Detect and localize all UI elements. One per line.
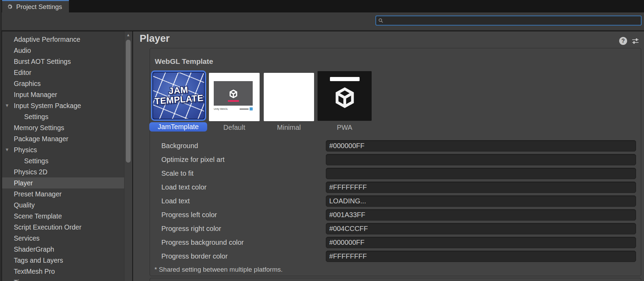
field-row-optimize-pixel-art: Optimize for pixel art [150, 153, 641, 167]
load-text-color-field[interactable] [326, 182, 636, 193]
default-thumb-branding-mark [240, 108, 249, 110]
default-thumb-progress-bar [228, 100, 239, 102]
search-icon [378, 18, 383, 23]
sidebar-item-tags-and-layers[interactable]: Tags and Layers [2, 255, 124, 266]
default-thumb-screen [214, 81, 253, 106]
template-thumb-jamtemplate[interactable]: JAM TEMPLATE [151, 70, 206, 121]
load-text-field[interactable] [326, 195, 636, 207]
sidebar-item-services[interactable]: Services [2, 233, 124, 244]
field-label: Background [161, 139, 198, 152]
section-header: WebGL Template [155, 57, 213, 66]
field-row-scale-to-fit: Scale to fit [150, 167, 641, 181]
sidebar-item-scene-template[interactable]: Scene Template [2, 211, 124, 222]
scroll-up-icon[interactable]: ▲ [124, 32, 132, 38]
jamtemplate-thumbnail-art: JAM TEMPLATE [153, 72, 204, 119]
field-row-background: Background [150, 139, 641, 153]
search-box[interactable] [375, 16, 642, 26]
project-settings-window: Project Settings Adaptive Performance Au… [0, 0, 644, 281]
default-thumb-blue-badge [250, 107, 253, 110]
foldout-expanded-icon[interactable]: ▼ [5, 144, 9, 155]
sidebar-item-input-system-settings[interactable]: Settings [2, 111, 124, 122]
field-label: Progress border color [161, 250, 228, 263]
progress-background-color-field[interactable] [326, 237, 636, 248]
toolbar [0, 12, 644, 31]
field-label: Progress left color [161, 208, 217, 221]
tab-project-settings[interactable]: Project Settings [2, 0, 69, 12]
settings-body: Adaptive Performance Audio Burst AOT Set… [0, 31, 644, 281]
progress-right-color-field[interactable] [326, 223, 636, 234]
field-row-load-text-color: Load text color [150, 181, 641, 194]
pwa-thumb-top-bar [330, 77, 360, 81]
template-label-jamtemplate-selected[interactable]: JamTemplate [149, 122, 207, 132]
template-label-default[interactable]: Default [209, 123, 260, 132]
sidebar-scrollbar[interactable]: ▲ [124, 31, 132, 281]
sidebar-item-textmesh-pro[interactable]: TextMesh Pro [2, 266, 124, 277]
sidebar-item-package-manager[interactable]: Package Manager [2, 133, 124, 144]
unity-cube-icon [229, 89, 238, 98]
sidebar-item-script-execution-order[interactable]: Script Execution Order [2, 222, 124, 233]
window-left-edge [0, 0, 2, 281]
background-field[interactable] [326, 140, 636, 152]
tab-title: Project Settings [16, 3, 62, 11]
sidebar-item-time[interactable]: Time [2, 277, 124, 281]
field-label: Load text color [161, 181, 207, 194]
sidebar-item-adaptive-performance[interactable]: Adaptive Performance [2, 34, 124, 45]
settings-category-list: Adaptive Performance Audio Burst AOT Set… [2, 31, 124, 281]
sidebar-item-quality[interactable]: Quality [2, 200, 124, 211]
sidebar-item-preset-manager[interactable]: Preset Manager [2, 188, 124, 200]
sidebar-item-burst-aot-settings[interactable]: Burst AOT Settings [2, 56, 124, 67]
sidebar-item-input-manager[interactable]: Input Manager [2, 89, 124, 100]
optimize-pixel-art-field[interactable] [326, 154, 636, 165]
field-label: Load text [161, 194, 190, 207]
sidebar-item-player-selected[interactable]: Player [2, 177, 124, 188]
next-section-box-edge [150, 278, 641, 281]
sidebar-item-shadergraph[interactable]: ShaderGraph [2, 244, 124, 255]
shared-setting-note: * Shared setting between multiple platfo… [154, 266, 283, 273]
template-label-pwa[interactable]: PWA [318, 123, 372, 132]
field-label: Progress right color [161, 222, 221, 235]
field-label: Scale to fit [161, 167, 193, 180]
sidebar-item-memory-settings[interactable]: Memory Settings [2, 122, 124, 133]
unity-cube-icon [334, 87, 355, 108]
scrollbar-thumb[interactable] [126, 40, 131, 163]
sidebar-item-graphics[interactable]: Graphics [2, 78, 124, 89]
field-row-progress-border-color: Progress border color [150, 250, 641, 263]
template-label-minimal[interactable]: Minimal [264, 123, 314, 132]
template-thumb-pwa[interactable] [318, 71, 372, 121]
foldout-expanded-icon[interactable]: ▼ [5, 100, 9, 111]
field-label: Optimize for pixel art [161, 153, 224, 166]
template-thumb-minimal[interactable] [264, 73, 314, 121]
field-row-progress-right-color: Progress right color [150, 222, 641, 236]
field-row-progress-left-color: Progress left color [150, 208, 641, 222]
sidebar-item-input-system-package[interactable]: ▼ Input System Package [2, 100, 124, 111]
field-row-load-text: Load text [150, 194, 641, 208]
default-thumb-branding: Unity WebGL [214, 107, 228, 111]
sidebar-item-physics-settings[interactable]: Settings [2, 155, 124, 166]
scale-to-fit-field[interactable] [326, 168, 636, 179]
page-title: Player [140, 33, 170, 44]
presets-sliders-icon[interactable] [632, 37, 639, 45]
sidebar-item-editor[interactable]: Editor [2, 67, 124, 78]
sidebar-item-physics-2d[interactable]: Physics 2D [2, 166, 124, 177]
help-icon[interactable]: ? [619, 37, 627, 45]
gear-icon [7, 3, 13, 10]
sidebar-item-physics[interactable]: ▼ Physics [2, 144, 124, 155]
player-settings-panel: Player ? WebGL Template JAM TEMPLATE [133, 31, 644, 281]
template-thumb-default[interactable]: Unity WebGL [209, 73, 260, 121]
search-input[interactable] [385, 17, 639, 25]
sidebar-item-audio[interactable]: Audio [2, 45, 124, 56]
webgl-template-section: WebGL Template JAM TEMPLATE [150, 48, 641, 276]
field-label: Progress background color [161, 236, 244, 249]
progress-border-color-field[interactable] [326, 251, 636, 262]
progress-left-color-field[interactable] [326, 209, 636, 221]
tab-bar: Project Settings [0, 0, 644, 12]
field-row-progress-background-color: Progress background color [150, 236, 641, 250]
